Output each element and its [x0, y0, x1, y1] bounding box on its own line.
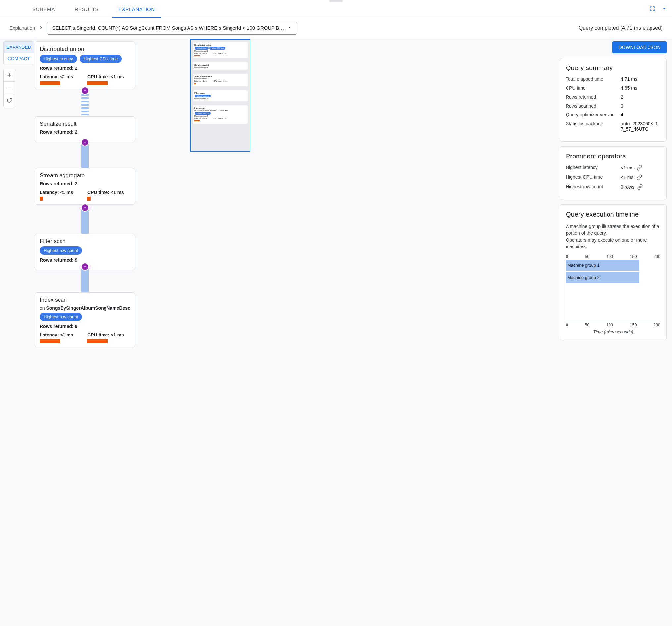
left-controls: EXPANDED COMPACT + − ↺	[0, 38, 35, 626]
collapse-toggle[interactable]	[82, 139, 88, 145]
connector	[81, 91, 89, 116]
main: EXPANDED COMPACT + − ↺ Distributed union…	[0, 38, 672, 626]
minimap[interactable]: Distributed union Highest latencyHighest…	[190, 39, 250, 152]
tab-results[interactable]: RESULTS	[65, 0, 109, 18]
cpu-bar	[87, 81, 108, 85]
zoom-reset-button[interactable]: ↺	[4, 94, 15, 107]
minimap-node: Stream aggregate Rows returned: 2 Latenc…	[193, 74, 248, 86]
timeline-bar[interactable]: Machine group 2	[566, 272, 639, 283]
node-title: Serialize result	[40, 121, 130, 127]
link-icon[interactable]	[636, 165, 642, 171]
zoom-in-button[interactable]: +	[4, 69, 15, 82]
right-panel: DOWNLOAD JSON Query summary Total elapse…	[559, 38, 672, 626]
timeline-card: Query execution timeline A machine group…	[559, 205, 667, 341]
metrics: Latency: <1 ms CPU time: <1 ms	[40, 332, 130, 343]
node-title: Filter scan	[40, 238, 130, 245]
rows-returned: Rows returned: 2	[40, 181, 130, 186]
timeline-axis-bottom: 050100150200	[566, 323, 661, 327]
expanded-mode-button[interactable]: EXPANDED	[4, 42, 34, 53]
timeline-xlabel: Time (microseconds)	[566, 329, 661, 334]
prominent-operators-card: Prominent operators Highest latency<1 ms…	[559, 146, 667, 200]
timeline-bar[interactable]: Machine group 1	[566, 260, 639, 271]
expand-icon[interactable]	[662, 6, 667, 13]
zoom-group: + − ↺	[3, 69, 15, 107]
minimap-node: Distributed union Highest latencyHighest…	[193, 42, 248, 58]
pill-row: Highest latency Highest CPU time	[40, 54, 130, 63]
view-mode-group: EXPANDED COMPACT	[3, 41, 34, 64]
compact-mode-button[interactable]: COMPACT	[4, 53, 34, 64]
pill-highest-latency: Highest latency	[40, 54, 77, 63]
pill-highest-row: Highest row count	[40, 313, 82, 321]
connector	[81, 208, 89, 234]
card-heading: Query summary	[566, 64, 661, 72]
drag-handle[interactable]	[329, 0, 343, 2]
chevron-right-icon	[38, 25, 44, 31]
latency-bar	[40, 339, 60, 343]
timeline-desc: A machine group illustrates the executio…	[566, 223, 661, 250]
node-title: Index scan	[40, 297, 130, 303]
download-json-button[interactable]: DOWNLOAD JSON	[613, 41, 667, 53]
card-heading: Query execution timeline	[566, 211, 661, 218]
link-icon[interactable]	[637, 184, 643, 190]
plan-node-index-scan[interactable]: Index scan on SongsBySingerAlbumSongName…	[35, 293, 135, 347]
query-summary-card: Query summary Total elapsed time4.71 ms …	[559, 58, 667, 142]
latency-bar	[40, 196, 43, 201]
plan-canvas[interactable]: Distributed union Highest latency Highes…	[35, 38, 559, 626]
plan-node-stream-aggregate[interactable]: Stream aggregate Rows returned: 2 Latenc…	[35, 168, 135, 205]
rows-returned: Rows returned: 9	[40, 257, 130, 263]
zoom-out-button[interactable]: −	[4, 82, 15, 94]
node-subtitle: on SongsBySingerAlbumSongNameDesc	[40, 305, 130, 311]
plan-node-serialize-result[interactable]: Serialize result Rows returned: 2	[35, 116, 135, 142]
rows-returned: Rows returned: 2	[40, 66, 130, 71]
cpu-bar	[87, 339, 108, 343]
breadcrumb-label: Explanation	[9, 25, 35, 31]
timeline-axis-top: 050100150200	[566, 254, 661, 259]
latency-bar	[40, 81, 60, 85]
connector	[81, 267, 89, 293]
cpu-bar	[87, 196, 91, 201]
query-selector[interactable]: SELECT s.SingerId, COUNT(*) AS SongCount…	[47, 22, 297, 35]
pill-highest-row: Highest row count	[40, 247, 82, 255]
plan-node-distributed-union[interactable]: Distributed union Highest latency Highes…	[35, 41, 135, 89]
metrics: Latency: <1 ms CPU time: <1 ms	[40, 74, 130, 85]
query-text: SELECT s.SingerId, COUNT(*) AS SongCount…	[52, 25, 285, 31]
rows-returned: Rows returned: 9	[40, 324, 130, 329]
collapse-toggle[interactable]	[82, 87, 88, 94]
tab-list: SCHEMA RESULTS EXPLANATION	[23, 0, 165, 18]
timeline-chart: 050100150200 Machine group 1 Machine gro…	[566, 254, 661, 334]
fullscreen-icon[interactable]	[649, 6, 655, 13]
collapse-toggle[interactable]	[82, 205, 88, 211]
minimap-node: Index scan on SongsBySingerAlbumSongName…	[193, 105, 248, 123]
pill-highest-cpu: Highest CPU time	[80, 54, 122, 63]
minimap-node: Filter scan Highest row count Rows retur…	[193, 90, 248, 101]
connector	[81, 142, 89, 168]
status-text: Query completed (4.71 ms elapsed)	[579, 25, 663, 31]
top-actions	[649, 6, 667, 13]
minimap-node: Serialize result Rows returned: 2	[193, 62, 248, 70]
dropdown-icon	[287, 25, 292, 31]
rows-returned: Rows returned: 2	[40, 130, 130, 135]
top-bar: SCHEMA RESULTS EXPLANATION	[0, 0, 672, 18]
node-title: Distributed union	[40, 46, 130, 53]
node-title: Stream aggregate	[40, 172, 130, 179]
sub-bar: Explanation SELECT s.SingerId, COUNT(*) …	[0, 18, 672, 38]
tab-explanation[interactable]: EXPLANATION	[109, 0, 165, 18]
card-heading: Prominent operators	[566, 153, 661, 160]
link-icon[interactable]	[636, 175, 642, 180]
collapse-toggle[interactable]	[82, 263, 88, 270]
tab-schema[interactable]: SCHEMA	[23, 0, 65, 18]
metrics: Latency: <1 ms CPU time: <1 ms	[40, 190, 130, 201]
timeline-bars: Machine group 1 Machine group 2	[566, 260, 661, 322]
